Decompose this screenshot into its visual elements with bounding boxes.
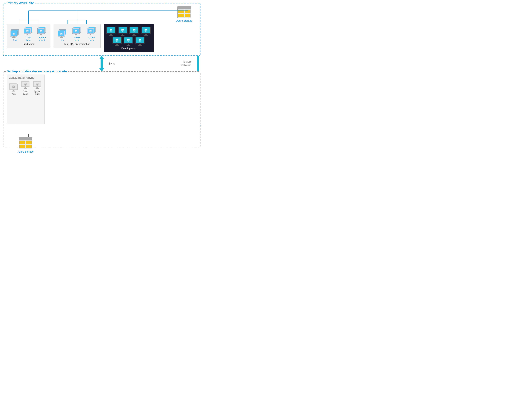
backup-site-label: Backup and disaster recovery Azure site [6, 69, 68, 73]
sysmgmt-label-prod: Systemmgmt [38, 36, 46, 42]
backup-vm-box: Backup, disaster recovery [7, 74, 44, 124]
svg-rect-105 [89, 35, 92, 35]
backup-clusters-row: App [9, 81, 42, 95]
database-label-prod: Data-base [26, 36, 31, 42]
monitor-grey-app [9, 83, 18, 92]
production-label: Production [9, 43, 48, 45]
svg-rect-136 [145, 34, 147, 35]
svg-rect-196 [19, 145, 25, 148]
dev-monitor-2 [118, 26, 128, 36]
dev-monitor-7 [135, 37, 146, 46]
svg-rect-5 [178, 10, 184, 13]
dev-bottom-row [112, 37, 146, 46]
svg-rect-193 [19, 137, 32, 140]
primary-storage-block: Azure Storage [176, 6, 192, 22]
svg-rect-145 [115, 45, 119, 45]
svg-rect-197 [26, 145, 32, 148]
dev-top-row [106, 26, 151, 36]
svg-rect-188 [36, 88, 39, 89]
sysmgmt-cluster-backup: Systemmgmt [33, 81, 42, 95]
monitor-grey-db [21, 81, 30, 90]
monitor-stack-db-prod [23, 26, 34, 36]
primary-top-area: Azure Storage [7, 6, 197, 22]
sysmgmt-label-testqa: Systemmgmt [88, 36, 95, 42]
database-label-testqa: Data-base [74, 36, 80, 42]
monitor-stack-app-testqa [58, 29, 67, 38]
svg-rect-152 [128, 44, 129, 45]
database-cluster-backup: Data-base [21, 81, 30, 95]
svg-rect-144 [116, 44, 118, 45]
primary-site: Primary Azure site [3, 3, 200, 56]
storage-replication-label: Storage replication [181, 60, 191, 67]
development-grid [106, 26, 151, 46]
svg-rect-4 [177, 6, 191, 9]
monitor-stack-sysmgmt-testqa [87, 26, 97, 36]
sysmgmt-cluster-prod: Systemmgmt [37, 26, 47, 42]
svg-rect-63 [39, 35, 43, 35]
database-label-backup: Data-base [23, 90, 28, 95]
backup-storage-label: Azure Storage [18, 150, 34, 153]
backup-storage-area: Azure Storage [7, 124, 46, 144]
production-clusters: App [9, 26, 48, 42]
testqa-label: Test, QA, preproduction [56, 43, 98, 45]
svg-rect-62 [40, 34, 42, 35]
sync-area: Sync Storage replication [3, 56, 200, 71]
svg-rect-77 [60, 37, 63, 38]
dev-monitor-5 [112, 37, 122, 46]
svg-rect-137 [144, 35, 148, 36]
testqa-group: App [54, 24, 101, 48]
dev-monitor-1 [106, 26, 117, 36]
svg-rect-112 [110, 34, 112, 35]
app-cluster-prod: App [10, 29, 20, 42]
dev-monitor-6 [123, 37, 134, 46]
svg-rect-180 [24, 88, 27, 89]
svg-rect-49 [26, 35, 29, 35]
dev-monitor-4 [141, 26, 151, 36]
svg-rect-163 [101, 59, 103, 69]
svg-rect-161 [138, 45, 142, 45]
testqa-clusters: App [56, 26, 98, 42]
svg-rect-35 [12, 37, 15, 38]
monitor-stack-db-testqa [72, 26, 82, 36]
azure-storage-icon-backup [18, 137, 33, 150]
svg-marker-164 [99, 68, 104, 71]
development-label: Development [106, 47, 151, 50]
app-label-prod: App [13, 39, 17, 42]
svg-rect-179 [25, 87, 26, 88]
production-group: App [7, 24, 51, 48]
sysmgmt-cluster-testqa: Systemmgmt [87, 26, 97, 42]
svg-rect-48 [27, 34, 28, 35]
database-cluster-prod: Data-base [23, 26, 34, 42]
monitor-stack-app-prod [10, 29, 20, 38]
monitor-grey-sysmgmt [33, 81, 42, 90]
svg-rect-121 [121, 35, 125, 36]
svg-rect-91 [74, 35, 78, 35]
svg-rect-8 [185, 14, 191, 17]
primary-storage-area: Azure Storage [7, 6, 197, 22]
svg-rect-171 [13, 90, 14, 91]
svg-rect-7 [178, 14, 184, 17]
dev-monitor-3 [129, 26, 140, 36]
primary-site-label: Primary Azure site [6, 1, 35, 5]
svg-rect-172 [12, 91, 15, 91]
sync-arrow [97, 56, 106, 71]
svg-rect-104 [90, 34, 91, 35]
sync-label: Sync [109, 62, 115, 65]
svg-rect-128 [133, 34, 135, 35]
app-cluster-backup: App [9, 83, 18, 95]
svg-rect-113 [109, 35, 113, 36]
svg-rect-129 [132, 35, 136, 36]
svg-rect-194 [19, 141, 25, 144]
backup-storage-block: Azure Storage [18, 137, 34, 153]
app-label-backup: App [12, 93, 16, 95]
svg-rect-6 [185, 10, 191, 13]
svg-rect-76 [61, 36, 62, 37]
svg-rect-34 [13, 36, 15, 37]
svg-rect-153 [126, 45, 130, 45]
sysmgmt-label-backup: Systemmgmt [34, 90, 41, 95]
svg-rect-187 [37, 87, 38, 88]
app-label-testqa: App [60, 39, 64, 42]
app-cluster-testqa: App [58, 29, 67, 42]
svg-rect-90 [75, 34, 77, 35]
svg-rect-160 [139, 44, 141, 45]
